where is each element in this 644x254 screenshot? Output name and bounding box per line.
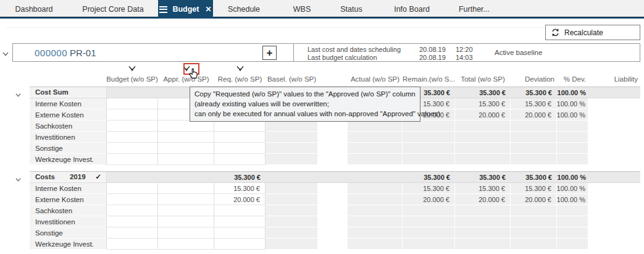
close-icon[interactable]: ✕: [206, 5, 212, 14]
cell-basel: [266, 121, 318, 132]
cell-total: [455, 132, 511, 143]
tab-budget[interactable]: Budget ✕: [158, 0, 213, 19]
row-label: Investitionen: [30, 132, 106, 143]
column-header-total[interactable]: Total (w/o SP): [455, 74, 511, 85]
group-total-pdev: 100.00 %: [557, 87, 588, 98]
menu-icon[interactable]: [159, 6, 167, 13]
cell-total: 20.000 €: [455, 109, 511, 121]
cell-basel: [266, 216, 318, 227]
cell-pdev: [557, 132, 588, 143]
column-header-deviation[interactable]: Deviation: [511, 74, 557, 85]
row-label: Investitionen: [30, 216, 106, 227]
cell-spacer: [318, 121, 348, 132]
project-id[interactable]: 000000: [35, 48, 67, 58]
cell-req[interactable]: [214, 132, 266, 143]
cell-pdev: [557, 121, 588, 132]
cell-req[interactable]: 15.300 €: [214, 183, 266, 194]
column-header-remain[interactable]: Remain.(w/o S...: [403, 74, 455, 85]
recalculate-button[interactable]: Recalculate: [545, 25, 640, 40]
cell-appr[interactable]: [158, 194, 214, 205]
cell-req[interactable]: [214, 154, 266, 165]
cell-pdev: [557, 143, 588, 154]
group-total-total: 35.300 €: [455, 172, 511, 182]
project-code[interactable]: PR-01: [70, 48, 96, 58]
recalculate-label: Recalculate: [564, 28, 603, 37]
add-button[interactable]: +: [262, 46, 277, 60]
cell-appr[interactable]: [158, 183, 214, 194]
cell-spacer: [318, 227, 348, 239]
project-collapse-chevron-icon[interactable]: [2, 48, 9, 59]
cell-pdev: 100.00 %: [557, 98, 588, 109]
table-row: Externe Kosten20.000 €20.000 €20.000 €20…: [30, 194, 640, 205]
cell-appr[interactable]: [158, 216, 214, 227]
cell-req[interactable]: [214, 205, 266, 216]
tooltip: Copy "Requested (w/o SP)" values to the …: [190, 87, 420, 122]
group-total-actual: [348, 172, 403, 182]
cell-req[interactable]: [214, 143, 266, 154]
column-header-appr[interactable]: Appr. (w/o SP): [158, 74, 214, 85]
cell-appr[interactable]: [158, 143, 214, 154]
cell-req[interactable]: 20.000 €: [214, 194, 266, 205]
tab-wbs[interactable]: WBS: [289, 0, 315, 19]
cell-req[interactable]: [214, 121, 266, 132]
cell-total: [455, 227, 511, 239]
cell-budget[interactable]: [106, 109, 158, 121]
cell-budget[interactable]: [106, 132, 158, 143]
cell-actual: [348, 239, 403, 250]
tab-further[interactable]: Further...: [454, 0, 494, 19]
group-collapse-chevron-icon[interactable]: [15, 174, 22, 185]
cell-req[interactable]: [214, 227, 266, 239]
cell-remain: 15.300 €: [403, 183, 455, 194]
cell-budget[interactable]: [106, 183, 158, 194]
group-year[interactable]: 2019: [70, 173, 86, 180]
cell-actual: [348, 227, 403, 239]
cell-deviation: [511, 132, 557, 143]
cell-appr[interactable]: [158, 227, 214, 239]
column-header-basel[interactable]: Basel. (w/o SP): [266, 74, 318, 85]
cell-total: [455, 205, 511, 216]
cell-actual: [348, 194, 403, 205]
tab-status[interactable]: Status: [335, 0, 367, 19]
cell-req[interactable]: [214, 216, 266, 227]
cell-budget[interactable]: [106, 121, 158, 132]
cell-appr[interactable]: [158, 205, 214, 216]
table-row: Sonstige: [30, 143, 640, 154]
cell-budget[interactable]: [106, 216, 158, 227]
group-total-req: 35.300 €: [214, 172, 266, 182]
tab-dashboard[interactable]: Dashboard: [11, 0, 57, 19]
cell-budget[interactable]: [106, 154, 158, 165]
cell-deviation: [511, 216, 557, 227]
cell-budget[interactable]: [106, 239, 158, 250]
group-collapse-chevron-icon[interactable]: [15, 89, 22, 100]
cell-budget[interactable]: [106, 227, 158, 239]
cell-budget[interactable]: [106, 205, 158, 216]
tab-project-core-data[interactable]: Project Core Data: [79, 0, 147, 19]
cell-appr[interactable]: [158, 239, 214, 250]
cell-total: 15.300 €: [455, 183, 511, 194]
tab-schedule[interactable]: Schedule: [222, 0, 266, 19]
cell-budget[interactable]: [106, 194, 158, 205]
cell-appr[interactable]: [158, 154, 214, 165]
column-header-liability[interactable]: Liability: [588, 74, 640, 85]
cell-appr[interactable]: [158, 121, 214, 132]
column-header-actual[interactable]: Actual (w/o SP): [348, 74, 403, 85]
cell-budget[interactable]: [106, 143, 158, 154]
cell-appr[interactable]: [158, 132, 214, 143]
group-total-deviation: 35.300 €: [511, 172, 557, 182]
cell-budget[interactable]: [106, 98, 158, 109]
group-total-budget: [106, 87, 158, 98]
cell-remain: [403, 121, 455, 132]
column-header-pdev[interactable]: % Dev.: [557, 74, 588, 85]
column-header-req[interactable]: Req. (w/o SP): [214, 74, 266, 85]
cell-req[interactable]: [214, 239, 266, 250]
tab-info-board[interactable]: Info Board: [389, 0, 435, 19]
cell-spacer: [318, 194, 348, 205]
group-total-pdev: 100.00 %: [557, 172, 588, 182]
cell-pdev: 100.00 %: [557, 183, 588, 194]
cell-total: [455, 121, 511, 132]
cell-basel: [266, 239, 318, 250]
cell-remain: [403, 227, 455, 239]
cell-pdev: [557, 239, 588, 250]
group-header-row[interactable]: Costs2019✓35.300 €35.300 €35.300 €35.300…: [30, 171, 640, 183]
column-header-budget[interactable]: Budget (w/o SP): [106, 74, 158, 85]
